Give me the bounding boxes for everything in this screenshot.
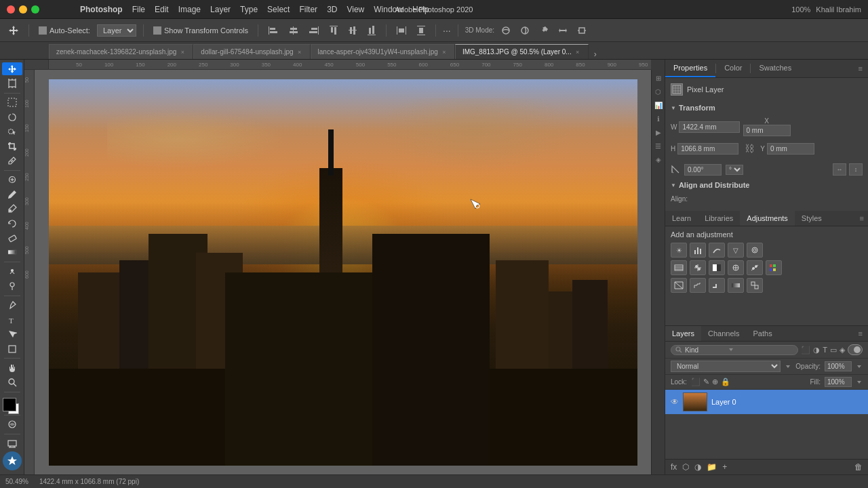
view-menu[interactable]: View [347, 5, 364, 14]
screen-mode-btn[interactable] [2, 437, 22, 450]
quick-select-tool[interactable] [2, 125, 22, 138]
select-menu[interactable]: Select [267, 5, 290, 14]
clone-stamp-tool[interactable] [2, 202, 22, 215]
add-adj-footer-icon[interactable]: ◑ [694, 462, 701, 472]
app-name-menu[interactable]: Photoshop [80, 5, 123, 14]
zoom-tool[interactable] [2, 376, 22, 389]
file-menu[interactable]: File [132, 5, 145, 14]
transform-section-header[interactable]: ▼ Transform [671, 101, 863, 115]
layer-comps-strip[interactable]: ☰ [653, 140, 664, 151]
kind-dropdown-arrow[interactable] [728, 347, 734, 352]
layers-kind-input[interactable] [685, 346, 726, 354]
adj-colorbalance-btn[interactable] [690, 260, 706, 275]
group-layers-icon[interactable]: 📁 [707, 462, 717, 472]
blend-mode-select[interactable]: Normal [671, 361, 781, 372]
filter-menu[interactable]: Filter [299, 5, 317, 14]
foreground-background-colors[interactable] [3, 398, 22, 412]
more-tabs-btn[interactable]: › [589, 49, 602, 59]
adj-channelmixer-btn[interactable] [747, 260, 763, 275]
transform-controls-checkbox[interactable] [153, 26, 161, 35]
move-tool[interactable] [2, 62, 22, 75]
adj-exposure-btn[interactable]: ▽ [728, 243, 744, 258]
adj-tab-styles[interactable]: Styles [795, 211, 829, 226]
tab-swatches[interactable]: Swatches [751, 60, 800, 77]
adj-posterize-btn[interactable] [690, 278, 706, 293]
3d-pan-btn[interactable] [536, 24, 551, 37]
3d-roll-btn[interactable] [517, 24, 532, 37]
add-mask-icon[interactable]: ⬡ [682, 462, 689, 472]
adj-panel-menu[interactable]: ≡ [860, 214, 868, 222]
eraser-tool[interactable] [2, 231, 22, 244]
align-left-btn[interactable] [265, 24, 281, 37]
align-center-btn[interactable] [285, 24, 302, 37]
filter-smart-icon[interactable]: ◈ [840, 346, 845, 354]
layer-visibility-icon[interactable]: 👁 [671, 397, 679, 407]
spot-heal-tool[interactable] [2, 174, 22, 186]
marquee-tool[interactable] [2, 96, 22, 109]
adj-threshold-btn[interactable] [709, 278, 725, 293]
filter-pixel-icon[interactable]: ⬛ [801, 346, 810, 354]
adj-photofilter-btn[interactable] [728, 260, 744, 275]
flip-h-btn[interactable]: ↔ [833, 163, 846, 176]
lock-artboard-btn[interactable]: ⊕ [712, 378, 718, 386]
adj-tab-adjustments[interactable]: Adjustments [740, 211, 795, 226]
layer-item-0[interactable]: 👁 Layer 0 [665, 390, 868, 414]
tab-3-close[interactable]: × [574, 49, 581, 56]
properties-strip-icon[interactable]: ⊞ [653, 73, 664, 83]
3d-scale-btn[interactable] [574, 24, 589, 37]
minimize-button[interactable] [19, 5, 27, 14]
auto-select-checkbox[interactable] [39, 26, 47, 35]
adj-blackwhite-btn[interactable] [709, 260, 725, 275]
h-input[interactable] [677, 143, 738, 155]
filter-toggle[interactable] [848, 344, 863, 355]
angle-input[interactable] [684, 164, 722, 176]
foreground-color[interactable] [3, 398, 16, 411]
3d-strip-icon[interactable]: ⬡ [653, 86, 664, 97]
info-strip-icon[interactable]: ℹ [653, 113, 664, 124]
adj-invert-btn[interactable] [671, 278, 687, 293]
delete-layer-icon[interactable]: 🗑 [854, 462, 863, 472]
adj-vibrance-btn[interactable] [747, 243, 763, 258]
layers-tab-paths[interactable]: Paths [747, 326, 779, 341]
align-right-btn[interactable] [306, 24, 322, 37]
brush-tool[interactable] [2, 188, 22, 201]
tab-1[interactable]: dollar-gill-675484-unsplash.jpg × [193, 44, 310, 59]
path-select-tool[interactable] [2, 327, 22, 340]
nav-strip-icon[interactable]: ◈ [653, 154, 664, 165]
shape-tool[interactable] [2, 342, 22, 355]
align-bottom-btn[interactable] [364, 24, 379, 37]
flip-v-btn[interactable]: ↕ [849, 163, 863, 176]
type-menu[interactable]: Type [240, 5, 258, 14]
adj-selectivecolor-btn[interactable] [747, 278, 763, 293]
artboard-tool[interactable] [2, 77, 22, 89]
link-wh-icon[interactable]: ⛓ [744, 139, 755, 158]
layers-tab-channels[interactable]: Channels [701, 326, 746, 341]
histogram-strip-icon[interactable]: 📊 [653, 100, 664, 110]
layers-tab-layers[interactable]: Layers [665, 326, 701, 341]
close-button[interactable] [7, 5, 15, 14]
adj-gradient-map-btn[interactable] [728, 278, 744, 293]
transform-controls-toggle[interactable]: Show Transform Controls [151, 25, 251, 36]
edit-menu[interactable]: Edit [155, 5, 169, 14]
auto-select-dropdown[interactable]: Layer [97, 24, 136, 37]
x-input[interactable] [743, 125, 791, 136]
lock-position-btn[interactable]: ✎ [703, 378, 709, 386]
canvas-scroll[interactable] [35, 70, 651, 474]
image-menu[interactable]: Image [178, 5, 201, 14]
adj-tab-learn[interactable]: Learn [665, 211, 698, 226]
history-brush-tool[interactable] [2, 217, 22, 230]
hand-tool[interactable] [2, 361, 22, 374]
tab-1-close[interactable]: × [296, 49, 303, 56]
3d-slide-btn[interactable] [555, 24, 570, 37]
new-layer-icon[interactable]: + [722, 462, 727, 472]
align-top-btn[interactable] [326, 24, 341, 37]
adj-brightness-btn[interactable]: ☀ [671, 243, 687, 258]
adj-tab-libraries[interactable]: Libraries [698, 211, 740, 226]
tab-2-close[interactable]: × [441, 49, 448, 56]
3d-menu[interactable]: 3D [327, 5, 337, 14]
layer-menu[interactable]: Layer [210, 5, 231, 14]
eyedropper-tool[interactable] [2, 154, 22, 167]
angle-unit-select[interactable]: ° [726, 165, 743, 175]
blur-tool[interactable] [2, 265, 22, 278]
w-input[interactable] [679, 121, 740, 133]
